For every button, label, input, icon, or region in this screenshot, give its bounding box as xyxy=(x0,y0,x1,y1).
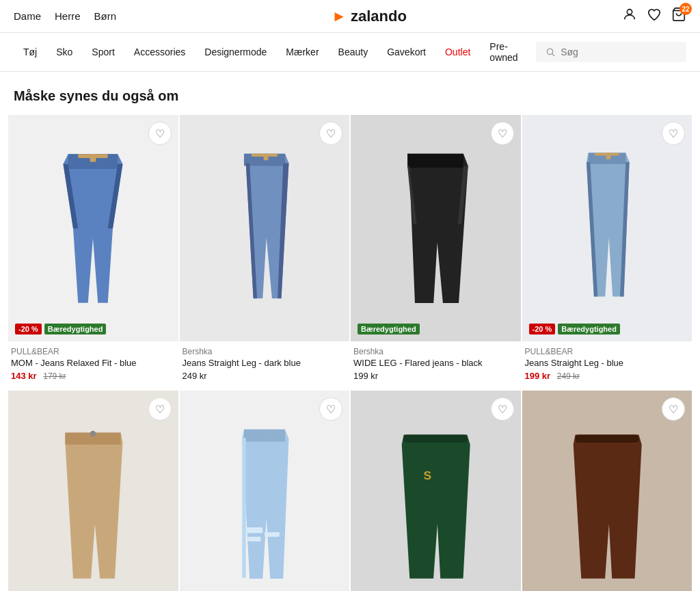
cat-toj[interactable]: Tøj xyxy=(14,38,46,66)
product-badges-1: -20 % Bæredygtighed xyxy=(15,324,106,334)
cat-preowned[interactable]: Pre-owned xyxy=(480,33,536,71)
wishlist-button-2[interactable]: ♡ xyxy=(319,122,342,145)
product-badges-4: -20 % Bæredygtighed xyxy=(529,324,620,334)
header-icons: 22 xyxy=(622,7,686,25)
product-image: S ♡ xyxy=(351,391,521,591)
cat-sport[interactable]: Sport xyxy=(82,38,124,66)
section-title: Måske synes du også om xyxy=(0,72,700,115)
cat-designermode[interactable]: Designermode xyxy=(195,38,276,66)
normal-price: 249 kr xyxy=(183,371,207,381)
svg-point-0 xyxy=(627,10,632,14)
svg-rect-12 xyxy=(247,537,260,542)
product-brand: PULL&BEAR xyxy=(11,347,176,356)
cat-gavekort[interactable]: Gavekort xyxy=(377,38,435,66)
product-info-2: Bershka Jeans Straight Leg - dark blue 2… xyxy=(180,341,350,389)
product-grid: ♡ -20 % Bæredygtighed PULL&BEAR MOM - Je… xyxy=(0,115,700,591)
svg-rect-14 xyxy=(242,438,245,578)
product-card[interactable]: ♡ -20 % Bæredygtighed PULL&BEAR Jeans St… xyxy=(522,115,692,389)
product-price: 249 kr xyxy=(183,371,347,381)
sale-price: 199 kr xyxy=(525,371,551,381)
search-box xyxy=(536,42,686,62)
main-content: Måske synes du også om ♡ xyxy=(0,72,700,591)
product-image: ♡ xyxy=(522,391,692,591)
cat-outlet[interactable]: Outlet xyxy=(435,38,480,66)
sustainability-badge: Bæredygtighed xyxy=(358,324,420,334)
nav-born[interactable]: Børn xyxy=(94,10,117,22)
wishlist-button-4[interactable]: ♡ xyxy=(662,122,685,145)
svg-rect-15 xyxy=(404,435,468,443)
product-brand: PULL&BEAR xyxy=(525,347,690,356)
product-image: ♡ xyxy=(180,391,350,591)
svg-rect-11 xyxy=(245,527,262,533)
discount-badge: -20 % xyxy=(529,324,556,334)
product-price: 199 kr xyxy=(353,371,518,381)
search-input[interactable] xyxy=(561,47,677,57)
cart-button[interactable]: 22 xyxy=(671,7,686,25)
cat-sko[interactable]: Sko xyxy=(46,38,82,66)
svg-point-10 xyxy=(90,431,96,437)
nav-herre[interactable]: Herre xyxy=(55,10,81,22)
product-price: 199 kr 249 kr xyxy=(525,371,690,381)
product-card[interactable]: ♡ xyxy=(180,391,350,591)
product-name: MOM - Jeans Relaxed Fit - blue xyxy=(11,358,176,368)
cat-accessories[interactable]: Accessories xyxy=(124,38,195,66)
svg-line-3 xyxy=(552,54,554,56)
svg-rect-9 xyxy=(606,153,610,159)
sustainability-badge: Bæredygtighed xyxy=(44,324,107,334)
top-bar: Dame Herre Børn ► zalando 22 xyxy=(0,0,700,33)
product-badges-3: Bæredygtighed xyxy=(358,324,420,334)
sustainability-badge: Bæredygtighed xyxy=(558,324,620,334)
product-price: 143 kr 179 kr xyxy=(11,371,176,381)
normal-price: 199 kr xyxy=(353,371,378,381)
wishlist-button-5[interactable]: ♡ xyxy=(148,397,172,421)
product-card[interactable]: ♡ Bershka Jeans Straight Leg - dark blue… xyxy=(180,115,350,389)
logo-arrow-icon: ► xyxy=(332,8,347,25)
logo-text: zalando xyxy=(351,8,407,25)
product-image: ♡ Bæredygtighed xyxy=(351,115,521,341)
product-info-4: PULL&BEAR Jeans Straight Leg - blue 199 … xyxy=(522,341,692,389)
product-name: Jeans Straight Leg - dark blue xyxy=(183,358,347,368)
search-icon xyxy=(546,47,555,57)
cat-maerker[interactable]: Mærker xyxy=(276,38,328,66)
sale-price: 143 kr xyxy=(11,371,37,381)
svg-rect-17 xyxy=(575,435,638,443)
product-card[interactable]: ♡ -20 % Bæredygtighed PULL&BEAR MOM - Je… xyxy=(8,115,178,389)
product-card[interactable]: S ♡ xyxy=(351,391,521,591)
svg-text:S: S xyxy=(424,469,432,482)
svg-point-2 xyxy=(547,49,552,54)
cart-badge: 22 xyxy=(679,3,692,15)
wishlist-button-7[interactable]: ♡ xyxy=(491,397,514,421)
wishlist-button-3[interactable]: ♡ xyxy=(491,122,514,145)
nav-dame[interactable]: Dame xyxy=(14,10,41,22)
user-button[interactable] xyxy=(622,7,637,25)
product-card[interactable]: ♡ Bæredygtighed Bershka WIDE LEG - Flare… xyxy=(351,115,521,389)
top-nav: Dame Herre Børn xyxy=(14,10,116,22)
product-info-3: Bershka WIDE LEG - Flared jeans - black … xyxy=(351,341,521,389)
product-image: ♡ -20 % Bæredygtighed xyxy=(522,115,692,341)
product-image: ♡ -20 % Bæredygtighed xyxy=(8,115,178,341)
product-image: ♡ xyxy=(8,391,178,591)
product-card[interactable]: ♡ xyxy=(8,391,178,591)
logo[interactable]: ► zalando xyxy=(332,8,407,25)
product-brand: Bershka xyxy=(353,347,518,356)
svg-rect-13 xyxy=(265,532,280,537)
original-price: 179 kr xyxy=(43,371,66,381)
product-name: Jeans Straight Leg - blue xyxy=(525,358,690,368)
cat-beauty[interactable]: Beauty xyxy=(329,38,378,66)
product-card[interactable]: ♡ xyxy=(522,391,692,591)
product-image: ♡ xyxy=(180,115,350,341)
wishlist-button-1[interactable]: ♡ xyxy=(148,122,172,145)
svg-rect-7 xyxy=(263,154,268,161)
product-info-1: PULL&BEAR MOM - Jeans Relaxed Fit - blue… xyxy=(8,341,178,389)
discount-badge: -20 % xyxy=(15,324,42,334)
product-brand: Bershka xyxy=(183,347,347,356)
category-nav: Tøj Sko Sport Accessories Designermode M… xyxy=(0,33,700,72)
wishlist-button[interactable] xyxy=(647,7,662,25)
svg-rect-5 xyxy=(90,154,96,162)
product-name: WIDE LEG - Flared jeans - black xyxy=(353,358,518,368)
original-price: 249 kr xyxy=(557,371,580,381)
